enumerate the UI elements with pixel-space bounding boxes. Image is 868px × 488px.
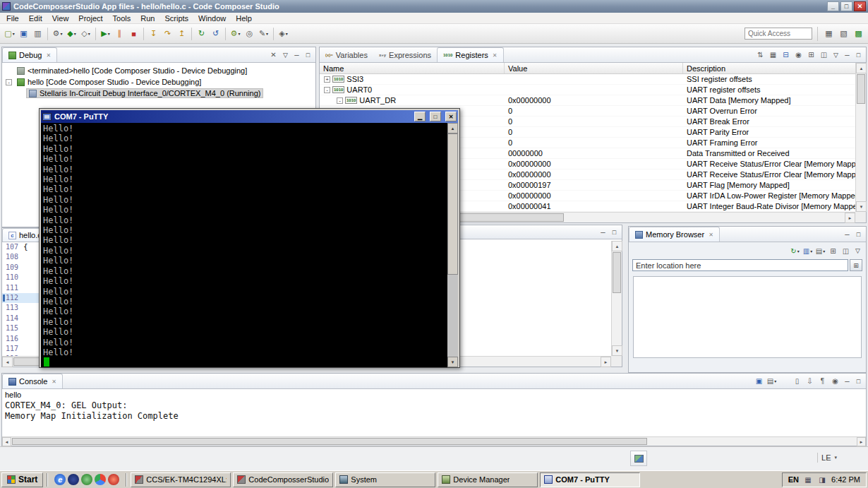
scroll-track[interactable] xyxy=(11,437,857,446)
build-icon[interactable]: ⚙ ▾ xyxy=(51,27,64,41)
register-row[interactable]: - 1010 UART0 UART register offsets xyxy=(320,85,855,95)
tray-status-icon[interactable]: ◨ xyxy=(817,475,827,484)
suspend-icon[interactable]: ∥ ▾ xyxy=(113,27,126,41)
taskbar-button[interactable]: COM7 - PuTTY xyxy=(540,472,640,487)
scroll-lock-icon[interactable]: ⇩ ▾ xyxy=(804,375,816,387)
taskbar-button[interactable]: System xyxy=(335,472,435,487)
open-console-icon[interactable]: ▤ ▾ xyxy=(766,375,778,387)
maximize-view-icon[interactable]: □ xyxy=(303,49,313,61)
maximize-button[interactable]: □ xyxy=(840,1,852,11)
go-button[interactable]: ⊞ xyxy=(850,259,862,271)
export-icon[interactable]: ◫ xyxy=(818,49,830,61)
green-app-icon[interactable] xyxy=(81,474,92,485)
scroll-thumb[interactable] xyxy=(12,438,647,445)
step-return-icon[interactable]: ↥ ▾ xyxy=(175,27,188,41)
console-horizontal-scrollbar[interactable]: ◄ ► xyxy=(2,436,866,446)
tab-close-icon[interactable]: ✕ xyxy=(709,232,713,238)
scroll-right-icon[interactable]: ► xyxy=(845,213,855,223)
scroll-down-icon[interactable]: ▼ xyxy=(612,345,622,356)
open-perspective-icon[interactable]: ▦ xyxy=(822,27,836,41)
search-icon[interactable]: ◎ ▾ xyxy=(243,27,256,41)
print-icon[interactable]: ▥ ▾ xyxy=(31,27,44,41)
remove-terminated-icon[interactable]: ✕ xyxy=(267,49,279,61)
column-header-name[interactable]: Name xyxy=(320,63,505,73)
scroll-left-icon[interactable]: ◄ xyxy=(2,437,11,446)
menu-item[interactable]: View xyxy=(47,13,74,23)
debug-tree-item[interactable]: Stellaris In-Circuit Debug Interface_0/C… xyxy=(2,88,315,99)
putty-maximize-button[interactable]: □ xyxy=(430,112,441,121)
row-expander-icon[interactable]: - xyxy=(337,97,343,104)
minimize-view-icon[interactable]: ─ xyxy=(842,375,852,387)
refresh-icon[interactable]: ↻ ▾ xyxy=(789,245,801,257)
language-indicator[interactable]: EN xyxy=(788,475,799,484)
new-icon[interactable]: ▢ ▾ xyxy=(3,27,16,41)
memory-content-area[interactable] xyxy=(633,276,862,358)
scroll-down-icon[interactable]: ▼ xyxy=(447,357,458,367)
menu-item[interactable]: Scripts xyxy=(159,13,193,23)
tab-close-icon[interactable]: ✕ xyxy=(493,52,498,59)
view-menu-icon[interactable]: ▽ xyxy=(831,49,841,61)
register-row[interactable]: + 1010 SSI3 SSI register offsets xyxy=(320,74,855,85)
minimize-view-icon[interactable]: ─ xyxy=(291,49,302,61)
collapse-all-icon[interactable]: ⊟ xyxy=(780,49,792,61)
console-output[interactable]: CORTEX_M4_0: GEL Output:Memory Map Initi… xyxy=(2,399,866,423)
taskbar-button[interactable]: CodeComposserStudio A... xyxy=(233,472,333,487)
minimize-view-icon[interactable]: ─ xyxy=(842,49,852,61)
endianness-indicator[interactable]: LE xyxy=(821,453,831,462)
memory-location-input[interactable] xyxy=(632,259,848,271)
tab-debug[interactable]: Debug ✕ xyxy=(2,47,57,62)
tab-memory-browser[interactable]: Memory Browser ✕ xyxy=(629,227,720,242)
view-menu-icon[interactable]: ▽ xyxy=(280,49,291,61)
toolbar-icon[interactable]: ▾ xyxy=(273,28,274,40)
scroll-track[interactable] xyxy=(612,251,622,345)
row-expander-icon[interactable]: + xyxy=(324,76,330,83)
scroll-thumb[interactable] xyxy=(447,133,458,275)
clear-console-icon[interactable]: ▯ ▾ xyxy=(791,375,803,387)
vertical-scrollbar[interactable]: ▲ ▼ xyxy=(611,241,622,356)
maximize-view-icon[interactable]: □ xyxy=(853,228,864,240)
putty-terminal[interactable]: Hello!Hello!Hello!Hello!Hello!Hello!Hell… xyxy=(41,123,458,367)
internet-explorer-icon[interactable]: e xyxy=(54,474,66,485)
navy-app-icon[interactable] xyxy=(68,474,79,485)
chrome-icon[interactable] xyxy=(95,474,106,485)
taskbar-button[interactable]: CCS/EK-TM4C1294XL: T... xyxy=(131,472,231,487)
minimize-view-icon[interactable]: ─ xyxy=(842,228,852,240)
refresh-icon[interactable]: ↺ ▾ xyxy=(209,27,222,41)
view-menu-icon[interactable]: ▽ xyxy=(852,245,863,257)
putty-titlebar[interactable]: COM7 - PuTTY ▁ □ ✕ xyxy=(41,110,458,123)
tab-close-icon[interactable]: ✕ xyxy=(46,52,51,59)
scroll-up-icon[interactable]: ▲ xyxy=(447,123,458,133)
toolbar-icon[interactable]: ▾ xyxy=(47,28,48,40)
save-icon[interactable]: ▣ ▾ xyxy=(17,27,30,41)
menu-item[interactable]: Edit xyxy=(24,13,47,23)
split-icon[interactable]: ◫ ▾ xyxy=(840,245,852,257)
chart-icon[interactable]: ▥ ▾ xyxy=(802,245,814,257)
scroll-right-icon[interactable]: ► xyxy=(601,357,611,367)
maximize-view-icon[interactable]: □ xyxy=(853,49,864,61)
clock[interactable]: 6:42 PM xyxy=(831,475,860,484)
close-button[interactable]: ✕ xyxy=(854,1,866,11)
tree-item-body[interactable]: hello [Code Composer Studio - Device Deb… xyxy=(14,77,204,87)
menu-item[interactable]: Window xyxy=(193,13,231,23)
menu-item[interactable]: Project xyxy=(73,13,107,23)
maximize-view-icon[interactable]: □ xyxy=(853,375,864,387)
menu-item[interactable]: Tools xyxy=(108,13,136,23)
column-header-value[interactable]: Value xyxy=(505,63,683,73)
toolbar-icon[interactable]: ▾ xyxy=(191,28,192,40)
scroll-down-icon[interactable]: ▼ xyxy=(856,201,867,212)
register-row[interactable]: - 1010 UART_DR 0x00000000 UART Data [Mem… xyxy=(320,95,855,106)
scroll-track[interactable] xyxy=(447,133,458,357)
layout-icon[interactable]: ⇅ xyxy=(754,49,766,61)
import-icon[interactable]: ⊞ xyxy=(805,49,817,61)
scroll-left-icon[interactable]: ◄ xyxy=(2,357,13,367)
scroll-track[interactable] xyxy=(856,73,866,201)
step-into-icon[interactable]: ↧ ▾ xyxy=(147,27,160,41)
putty-scrollbar[interactable]: ▲ ▼ xyxy=(447,123,458,367)
scroll-up-icon[interactable]: ▲ xyxy=(856,63,867,73)
debug-icon[interactable]: ◆ ▾ xyxy=(65,27,78,41)
view-tab[interactable]: (x)= Variables ✕ xyxy=(320,47,373,62)
display-console-icon[interactable]: ▣ ▾ xyxy=(753,375,765,387)
scroll-thumb[interactable] xyxy=(857,74,865,104)
pin-console-icon[interactable]: ◉ ▾ xyxy=(829,375,841,387)
new-tab-icon[interactable]: ⊞ ▾ xyxy=(827,245,839,257)
